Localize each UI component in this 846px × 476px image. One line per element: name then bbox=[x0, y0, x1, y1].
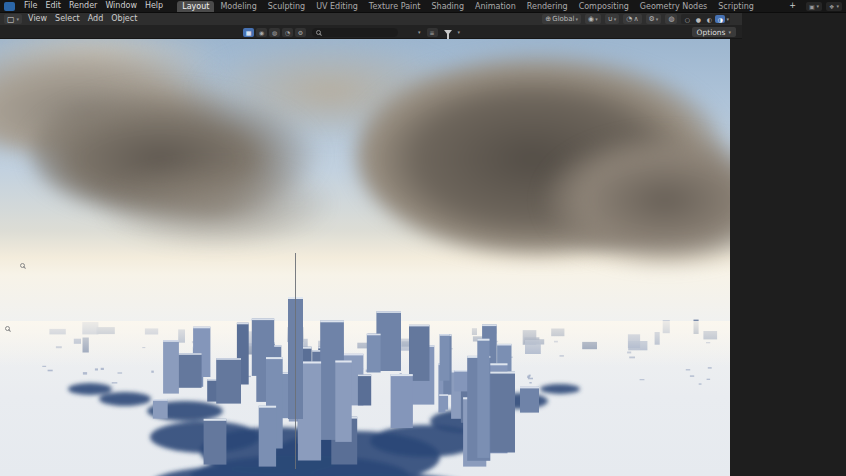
workspace-tab[interactable]: Animation bbox=[470, 1, 521, 12]
gizmos-dropdown[interactable]: ⚙▾ bbox=[646, 14, 662, 24]
chevron-down-icon: ▾ bbox=[576, 16, 579, 22]
chevron-down-icon: ▾ bbox=[836, 3, 839, 9]
scene-selector[interactable]: ▣▾ bbox=[806, 2, 822, 11]
workspace-tab[interactable]: Rendering bbox=[522, 1, 573, 12]
main-menus: FileEditRenderWindowHelp bbox=[20, 0, 167, 12]
blender-logo-icon[interactable] bbox=[4, 2, 15, 11]
workspace-tab[interactable]: Compositing bbox=[574, 1, 634, 12]
workspace-tab[interactable]: Geometry Nodes bbox=[635, 1, 712, 12]
overlays-toggle[interactable]: ◍ bbox=[665, 14, 677, 24]
magnet-icon: ∪ bbox=[608, 15, 613, 23]
scene-icon: ▣ bbox=[809, 3, 815, 10]
viewport-menu-item[interactable]: View bbox=[24, 14, 51, 23]
workspace-tab[interactable]: Texture Paint bbox=[364, 1, 426, 12]
workspace-tab[interactable]: Scripting bbox=[713, 1, 759, 12]
chevron-down-icon: ▾ bbox=[17, 16, 20, 22]
asset-filter-group: ▾ ≡ ▾ bbox=[418, 28, 460, 37]
snap-dropdown[interactable]: ∪▾ bbox=[605, 14, 620, 24]
viewport-menu-item[interactable]: Add bbox=[84, 14, 108, 23]
blenderkit-bar: ▦ ◉ ◍ ◔ ⚙ ▾ ≡ ▾ Options▾ bbox=[0, 26, 742, 39]
workspace-tab[interactable]: Layout bbox=[177, 1, 214, 12]
chevron-down-icon: ▾ bbox=[418, 29, 421, 35]
falloff-icon: ∧ bbox=[633, 15, 638, 23]
overlays-icon: ◍ bbox=[668, 15, 674, 23]
chevron-down-icon: ▾ bbox=[656, 16, 659, 22]
mode-dropdown[interactable]: ▢▾ bbox=[4, 14, 22, 24]
chevron-down-icon: ▾ bbox=[458, 29, 461, 35]
view-layer-selector[interactable]: ❖▾ bbox=[826, 2, 842, 11]
asset-hdr-icon[interactable]: ◔ bbox=[282, 28, 293, 37]
filter-funnel-icon[interactable] bbox=[444, 30, 452, 35]
menu-item[interactable]: Help bbox=[141, 1, 167, 10]
gizmo-icon: ⚙ bbox=[649, 15, 655, 23]
pivot-point-dropdown[interactable]: ◉▾ bbox=[585, 14, 601, 24]
options-dropdown[interactable]: Options▾ bbox=[692, 27, 736, 37]
workspace-tab[interactable]: Sculpting bbox=[263, 1, 310, 12]
orientation-icon: ⊕ bbox=[545, 15, 551, 23]
top-menu-bar: FileEditRenderWindowHelp LayoutModelingS… bbox=[0, 0, 846, 13]
blender-window: FileEditRenderWindowHelp LayoutModelingS… bbox=[0, 0, 846, 476]
menu-item[interactable]: Edit bbox=[41, 1, 65, 10]
shading-solid-button[interactable]: ● bbox=[693, 15, 703, 23]
chevron-down-icon: ▾ bbox=[595, 16, 598, 22]
workspace-tabs: LayoutModelingSculptingUV EditingTexture… bbox=[177, 1, 783, 12]
chevron-down-icon: ▾ bbox=[726, 16, 729, 22]
viewport-shading-group: ○ ● ◐ ◑ ▾ bbox=[681, 14, 730, 24]
asset-models-icon[interactable]: ▦ bbox=[243, 28, 254, 37]
asset-search-input[interactable] bbox=[312, 28, 398, 37]
asset-scenes-icon[interactable]: ◍ bbox=[269, 28, 280, 37]
viewport-header-tools: ⊕Global▾ ◉▾ ∪▾ ◔∧ ⚙▾ ◍ ○ ● ◐ ◑ ▾ bbox=[542, 14, 730, 24]
chevron-down-icon: ▾ bbox=[817, 3, 820, 9]
chevron-down-icon: ▾ bbox=[728, 29, 731, 35]
workspace-tab[interactable]: UV Editing bbox=[311, 1, 363, 12]
workspace-tab[interactable]: Modeling bbox=[215, 1, 261, 12]
menu-item[interactable]: Window bbox=[101, 1, 141, 10]
object-mode-icon: ▢ bbox=[7, 15, 15, 24]
viewport-menu-item[interactable]: Select bbox=[51, 14, 84, 23]
shading-material-button[interactable]: ◐ bbox=[704, 15, 714, 23]
shading-wireframe-button[interactable]: ○ bbox=[682, 15, 692, 23]
scene-selectors: ▣▾ ❖▾ bbox=[806, 2, 842, 11]
view-layer-icon: ❖ bbox=[829, 3, 834, 10]
search-icon bbox=[316, 30, 321, 35]
cloud bbox=[95, 159, 335, 249]
add-workspace-button[interactable]: + bbox=[785, 0, 800, 12]
display-mode-icon[interactable]: ≡ bbox=[427, 28, 438, 37]
viewport-menus: ViewSelectAddObject bbox=[24, 13, 141, 25]
asset-brushes-icon[interactable]: ⚙ bbox=[295, 28, 306, 37]
transform-orientation-dropdown[interactable]: ⊕Global▾ bbox=[542, 14, 581, 24]
menu-item[interactable]: File bbox=[20, 1, 41, 10]
blenderkit-category-icons: ▦ ◉ ◍ ◔ ⚙ bbox=[243, 28, 306, 37]
viewport-3d[interactable] bbox=[0, 39, 730, 476]
viewport-header: ▢▾ ViewSelectAddObject ⊕Global▾ ◉▾ ∪▾ ◔∧… bbox=[0, 13, 742, 26]
asset-materials-icon[interactable]: ◉ bbox=[256, 28, 267, 37]
search-icon[interactable] bbox=[20, 263, 25, 268]
workspace-tab[interactable]: Shading bbox=[426, 1, 469, 12]
pivot-icon: ◉ bbox=[588, 15, 594, 23]
search-icon bbox=[5, 326, 10, 331]
chevron-down-icon: ▾ bbox=[614, 16, 617, 22]
menu-item[interactable]: Render bbox=[65, 1, 101, 10]
viewport-menu-item[interactable]: Object bbox=[107, 14, 141, 23]
shading-rendered-button[interactable]: ◑ bbox=[715, 15, 725, 23]
proportional-editing-dropdown[interactable]: ◔∧ bbox=[623, 14, 641, 24]
proportional-icon: ◔ bbox=[626, 15, 632, 23]
